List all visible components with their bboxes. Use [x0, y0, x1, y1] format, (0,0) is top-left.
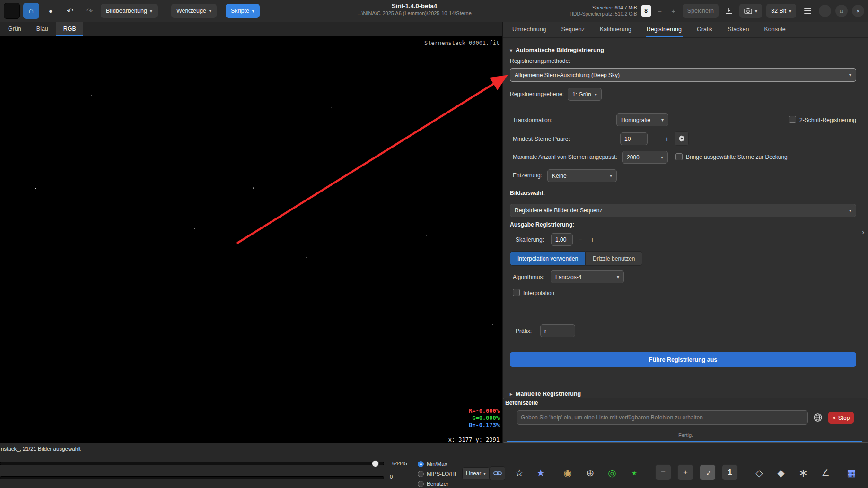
minpairs-label: Mindest-Sterne-Paare: [513, 136, 570, 142]
radio-benutzer-control[interactable] [418, 481, 424, 487]
plus-icon: + [671, 7, 675, 15]
tab-konsole[interactable]: Konsole [763, 22, 787, 37]
two-step-label: 2-Schritt-Registrierung [799, 117, 856, 123]
quick-photometry-icon[interactable]: ◆ [772, 464, 789, 481]
auto-registration-expander[interactable]: ▾ Automatische Bildregistrierung [510, 47, 604, 53]
bit-depth-selector[interactable]: 32 Bit ▾ [766, 4, 796, 18]
tab-kalibrierung[interactable]: Kalibrierung [599, 22, 632, 37]
counter-decrease-button[interactable]: − [655, 3, 665, 19]
star-layer [0, 36, 502, 443]
radio-mips[interactable]: MIPS-LO/HI [418, 471, 456, 477]
redo-button[interactable]: ↷ [81, 3, 97, 19]
bottombar: nstack_, 21/21 Bilder ausgewählt 64445 0… [0, 443, 868, 488]
star-detection-settings-button[interactable] [675, 131, 689, 146]
panel-collapse-arrow[interactable]: › [862, 228, 864, 236]
scaling-input[interactable] [551, 233, 573, 246]
counter-increase-button[interactable]: + [669, 3, 678, 19]
minus-icon: − [578, 236, 582, 244]
command-section: Befehlszeile × Stop Fertig. [503, 398, 868, 443]
undo-button[interactable]: ↶ [62, 3, 78, 19]
lo-cutoff-slider[interactable] [0, 476, 384, 479]
image-viewer[interactable]: Sternenstack_00001.fit R=-0.000% G=0.000… [0, 36, 502, 443]
radio-mips-control[interactable] [418, 471, 424, 477]
use-drizzle-toggle[interactable]: Drizzle benutzen [586, 251, 642, 266]
hi-cutoff-slider-handle[interactable] [372, 460, 379, 467]
app-logo-button[interactable] [4, 3, 20, 19]
dynamic-psf-star-icon[interactable]: ★ [532, 464, 549, 481]
save-button[interactable]: Speichern [683, 4, 719, 18]
fit-to-window-button[interactable]: ↔ [700, 464, 716, 480]
hamburger-menu-button[interactable] [800, 3, 815, 19]
command-input[interactable] [517, 410, 808, 425]
undistortion-dropdown[interactable]: Keine ▾ [547, 169, 617, 182]
scaling-increase-button[interactable]: + [587, 233, 597, 246]
display-mode-dropdown[interactable]: Linear ▾ [462, 467, 490, 479]
link-channels-button[interactable] [490, 466, 505, 480]
radio-minmax[interactable]: Min/Max [418, 461, 447, 467]
algorithm-dropdown[interactable]: Lanczos-4 ▾ [551, 270, 624, 283]
radio-benutzer[interactable]: Benutzer [418, 480, 448, 487]
counter-box[interactable]: 8 [641, 5, 651, 17]
tab-sequenz-label: Sequenz [561, 26, 585, 33]
star-detection-icon[interactable]: ☆ [511, 464, 528, 481]
tab-umrechnung[interactable]: Umrechnung [511, 22, 547, 37]
minpairs-increase-button[interactable]: + [662, 132, 672, 145]
minpairs-input[interactable] [620, 132, 648, 145]
registration-layer-dropdown[interactable]: 1: Grün ▾ [568, 88, 602, 101]
interpolation-clamp-checkbox[interactable] [513, 289, 520, 296]
close-button[interactable]: × [852, 5, 864, 17]
command-line-label: Befehlszeile [505, 400, 538, 406]
snapshot-save-button[interactable] [723, 3, 735, 19]
hi-cutoff-slider[interactable] [0, 462, 384, 465]
match-stars-checkbox[interactable] [675, 153, 683, 160]
zoom-out-button[interactable]: − [655, 464, 671, 480]
transformation-dropdown[interactable]: Homografie ▾ [616, 113, 668, 126]
readout-blue: B=-0.173% [469, 422, 500, 429]
record-button[interactable]: ● [43, 3, 59, 19]
command-help-button[interactable] [812, 411, 824, 424]
background-samples-icon[interactable]: ◎ [604, 464, 621, 481]
tab-grafik[interactable]: Grafik [696, 22, 713, 37]
menu-skripte[interactable]: Skripte ▾ [226, 4, 260, 18]
tab-registrierung[interactable]: Registrierung [646, 22, 683, 37]
manual-registration-expander[interactable]: ▸ Manuelle Registrierung [510, 391, 581, 397]
two-step-checkbox[interactable] [789, 116, 796, 123]
minus-icon: − [653, 135, 657, 143]
chevron-down-icon: ▾ [209, 9, 211, 14]
star-align-icon[interactable]: ∗ [795, 464, 812, 481]
chevron-down-icon: ▾ [610, 173, 612, 178]
star-trail-icon[interactable]: ⋆ [626, 464, 643, 481]
celestial-grid-icon[interactable]: ⊕ [582, 464, 599, 481]
minpairs-decrease-button[interactable]: − [649, 132, 660, 145]
tab-blau[interactable]: Blau [29, 22, 55, 36]
tab-gruen[interactable]: Grün [1, 22, 28, 36]
home-button[interactable]: ⌂ [23, 3, 39, 19]
stop-button[interactable]: × Stop [828, 412, 854, 424]
tab-stacken[interactable]: Stacken [727, 22, 750, 37]
menu-bildbearbeitung[interactable]: Bildbearbeitung ▾ [101, 4, 158, 18]
prefix-input[interactable] [540, 324, 575, 337]
run-registration-button[interactable]: Führe Registrierung aus [510, 352, 856, 367]
hi-cutoff-value: 64445 [392, 461, 407, 466]
tab-sequenz[interactable]: Sequenz [561, 22, 586, 37]
one-to-one-button[interactable]: 1 [722, 464, 738, 480]
chevron-down-icon: ▾ [755, 9, 757, 14]
astrometry-angle-icon[interactable]: ∠ [817, 464, 834, 481]
maxstars-dropdown[interactable]: 2000 ▾ [622, 151, 668, 164]
scaling-decrease-button[interactable]: − [575, 233, 585, 246]
screenshot-button[interactable]: ▾ [739, 4, 762, 18]
tab-rgb[interactable]: RGB [56, 22, 83, 36]
registration-method-dropdown[interactable]: Allgemeine Stern-Ausrichtung (Deep Sky) … [510, 68, 856, 82]
zoom-in-button[interactable]: + [677, 464, 693, 480]
chain-link-icon [493, 470, 502, 477]
image-selection-dropdown[interactable]: Registriere alle Bilder der Sequenz ▾ [510, 204, 856, 217]
pixel-grid-icon[interactable]: ▦ [843, 464, 860, 481]
photometry-icon[interactable]: ◇ [751, 464, 768, 481]
galaxy-annotation-icon[interactable]: ◉ [559, 464, 576, 481]
minimize-button[interactable]: − [819, 5, 831, 17]
maximize-button[interactable]: □ [835, 5, 848, 17]
close-icon: × [856, 8, 860, 15]
menu-werkzeuge[interactable]: Werkzeuge ▾ [171, 4, 217, 18]
radio-minmax-control[interactable] [418, 461, 424, 467]
use-interpolation-toggle[interactable]: Interpolation verwenden [510, 251, 586, 266]
